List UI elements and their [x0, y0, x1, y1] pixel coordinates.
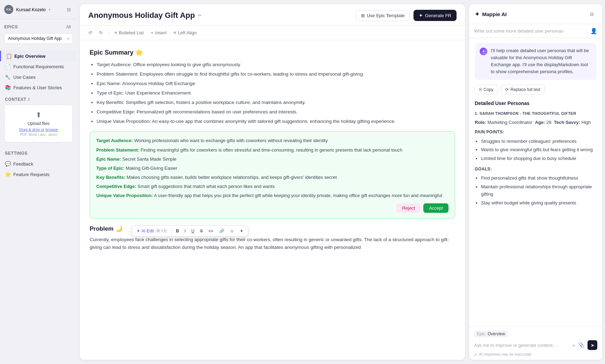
- sidebar-item-features-user-stories[interactable]: 📚 Features & User Stories: [0, 82, 77, 93]
- user-name: Kursad Kozelo: [16, 7, 46, 12]
- feedback-icon: 💬: [5, 161, 11, 167]
- sidebar-item-feedback[interactable]: 💬 Feedback: [0, 159, 77, 169]
- accept-button[interactable]: Accept: [423, 203, 448, 213]
- ai-prompt-input[interactable]: [474, 28, 587, 34]
- replace-icon: ⟳: [505, 87, 509, 92]
- epics-section: Epics All Anonymous Holiday Gift App ▾: [0, 19, 77, 47]
- pain-points-list: Struggles to remember colleagues' prefer…: [475, 138, 597, 162]
- attachment-icon[interactable]: 📎: [578, 342, 585, 348]
- epic-tag: Epic: Overview: [474, 330, 508, 337]
- suggestion-box: Target Audience: Working professionals w…: [90, 131, 455, 219]
- ft-separator: [172, 228, 172, 234]
- insert-button[interactable]: + Insert: [148, 28, 169, 37]
- toolbar-separator: [109, 30, 109, 36]
- ai-edit-button[interactable]: ✦ AI Edit ⌘ + E: [134, 227, 170, 235]
- sidebar-toggle-button[interactable]: ⊟: [64, 5, 73, 14]
- editor-header: Anonymous Holiday Gift App ✏ ⊞ Use Epic …: [80, 4, 465, 26]
- user-icon[interactable]: 👤: [590, 28, 597, 34]
- epic-selector[interactable]: Anonymous Holiday Gift App ▾: [4, 33, 73, 44]
- sidebar-item-label: Feature Requests: [13, 172, 49, 177]
- goals-list: Find personalized gifts that show though…: [475, 175, 597, 206]
- replace-full-text-button[interactable]: ⟳ Replace full text: [501, 85, 545, 94]
- epic-summary-list: Target Audience: Office employees lookin…: [90, 61, 455, 125]
- ai-panel-header: ✦ Mappie AI ⊟: [469, 4, 602, 24]
- personas-heading: Detailed User Personas: [475, 99, 597, 107]
- epic-tag-value: Overview: [488, 331, 505, 336]
- ai-generated-content: Detailed User Personas 1. SARAH THOMPSON…: [475, 99, 597, 207]
- emoji-button[interactable]: ☺: [228, 227, 237, 235]
- ai-panel: ✦ Mappie AI ⊟ 👤 ✦ I'll help create detai…: [469, 4, 602, 360]
- ai-panel-body: ✦ I'll help create detailed user persona…: [469, 38, 602, 327]
- sidebar-item-feature-requests[interactable]: ⭐ Feature Requests: [0, 169, 77, 180]
- editor-panel: Anonymous Holiday Gift App ✏ ⊞ Use Epic …: [80, 4, 465, 360]
- send-button[interactable]: ➤: [587, 340, 597, 350]
- user-info[interactable]: KK Kursad Kozelo ▾: [4, 5, 50, 14]
- epics-label: Epics: [4, 24, 18, 29]
- pain-points-label: Pain Points:: [475, 129, 597, 135]
- feature-requests-icon: ⭐: [5, 172, 11, 177]
- link-button[interactable]: 🔗: [217, 227, 227, 235]
- redo-button[interactable]: ↻: [96, 28, 106, 37]
- ai-message: ✦ I'll help create detailed user persona…: [475, 43, 597, 80]
- bulleted-list-button[interactable]: ≡ Bulleted List: [112, 28, 146, 37]
- edit-icon[interactable]: ✏: [198, 13, 202, 18]
- info-icon: ℹ: [28, 97, 30, 102]
- suggestion-actions: Reject Accept: [96, 203, 448, 213]
- plus-icon[interactable]: +: [572, 342, 575, 348]
- current-epic-name: Anonymous Holiday Gift App: [8, 36, 62, 41]
- generate-icon: ✦: [419, 13, 423, 18]
- code-button[interactable]: <>: [206, 227, 216, 235]
- bold-button[interactable]: B: [173, 227, 181, 235]
- nav-section: 📋 Epic Overview 📄 Functional Requirement…: [0, 47, 77, 97]
- suggestion-key-benefits: Key Benefits: Makes choosing gifts easie…: [96, 174, 448, 181]
- copy-button[interactable]: ⎘ Copy: [475, 85, 498, 94]
- editor-body[interactable]: Epic Summary 🌟 Target Audience: Office e…: [80, 40, 465, 360]
- sidebar-header: KK Kursad Kozelo ▾ ⊟: [0, 0, 77, 19]
- problem-text: Currently, employees face challenges in …: [90, 236, 455, 251]
- sidebar-item-label: Feedback: [13, 161, 33, 167]
- strikethrough-button[interactable]: S: [197, 227, 205, 235]
- plus-icon: +: [151, 30, 153, 35]
- left-align-button[interactable]: ≡ Left Align: [171, 28, 200, 37]
- ai-footer-icons: + 📎 ➤: [572, 340, 597, 350]
- upload-box[interactable]: ⬆ Upload files Drag & drop or browse PDF…: [4, 105, 73, 142]
- editor-actions: ⊞ Use Epic Template ✦ Generate FR: [356, 10, 457, 21]
- ai-avatar: ✦: [480, 48, 487, 55]
- sidebar-item-label: Functional Requirements: [13, 64, 64, 69]
- list-item: Limited time for shopping due to busy sc…: [481, 155, 597, 162]
- list-item: Problem Statement: Employees often strug…: [97, 71, 455, 78]
- ai-panel-collapse-button[interactable]: ⊟: [587, 9, 597, 19]
- sidebar-item-epic-overview[interactable]: 📋 Epic Overview: [0, 51, 77, 61]
- undo-button[interactable]: ↺: [85, 28, 95, 37]
- list-item: Stay within budget while giving quality …: [481, 200, 597, 207]
- ai-panel-title-group: ✦ Mappie AI: [475, 11, 507, 18]
- list-item: Type of Epic: User Experience Enhancemen…: [97, 90, 455, 97]
- upload-formats: PDF, Word (.doc, .docx): [9, 133, 68, 136]
- generate-fr-button[interactable]: ✦ Generate FR: [413, 10, 457, 21]
- goals-label: Goals:: [475, 166, 597, 173]
- underline-button[interactable]: U: [189, 227, 197, 235]
- reject-button[interactable]: Reject: [396, 203, 420, 213]
- sidebar-item-functional-requirements[interactable]: 📄 Functional Requirements: [0, 61, 77, 72]
- upload-title: Upload files: [9, 121, 68, 126]
- browse-link[interactable]: browse: [46, 127, 58, 132]
- suggestion-problem-statement: Problem Statement: Finding meaningful gi…: [96, 147, 448, 154]
- sidebar-item-label: Use Cases: [13, 75, 36, 80]
- ai-panel-footer: Epic: Overview + 📎 ➤ ⚠ AI responses may …: [469, 327, 602, 360]
- suggestion-target-audience: Target Audience: Working professionals w…: [96, 137, 448, 144]
- epics-all-button[interactable]: All: [64, 24, 73, 30]
- ai-edit-icon: ✦: [137, 229, 140, 233]
- use-cases-icon: 🔧: [5, 74, 11, 80]
- sidebar-item-use-cases[interactable]: 🔧 Use Cases: [0, 72, 77, 82]
- more-button[interactable]: ✦: [237, 227, 246, 235]
- list-item: Struggles to remember colleagues' prefer…: [481, 138, 597, 145]
- editor-title-group: Anonymous Holiday Gift App ✏: [88, 11, 202, 20]
- epic-overview-icon: 📋: [6, 53, 12, 59]
- list-item: Find personalized gifts that show though…: [481, 175, 597, 182]
- list-item: Maintain professional relationships thro…: [481, 183, 597, 198]
- ai-footer-input[interactable]: [474, 343, 569, 348]
- use-epic-template-button[interactable]: ⊞ Use Epic Template: [356, 10, 410, 21]
- features-icon: 📚: [5, 85, 11, 90]
- ai-message-text: I'll help create detailed user personas …: [491, 47, 592, 76]
- italic-button[interactable]: I: [182, 227, 188, 235]
